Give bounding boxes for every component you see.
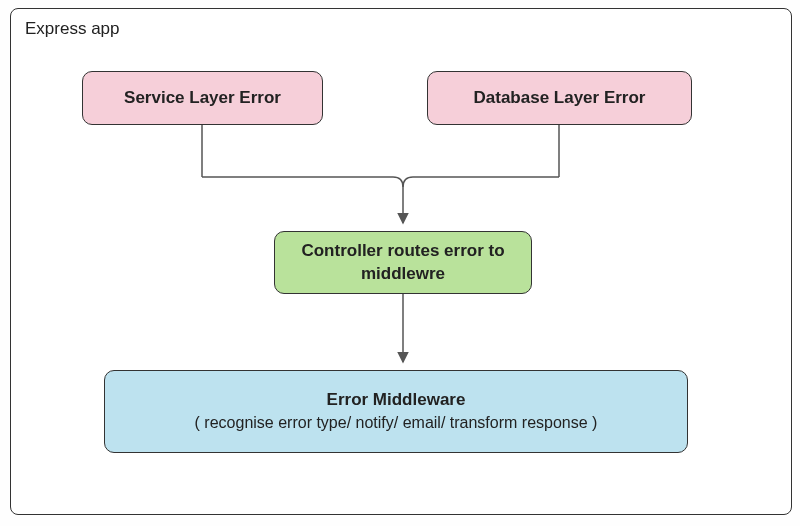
node-label: Service Layer Error bbox=[124, 87, 281, 110]
container-title: Express app bbox=[25, 19, 120, 39]
node-database-layer-error: Database Layer Error bbox=[427, 71, 692, 125]
node-error-middleware: Error Middleware ( recognise error type/… bbox=[104, 370, 688, 453]
node-label-line2: middlewre bbox=[361, 263, 445, 286]
diagram-container: Express app Service Layer Error Database… bbox=[10, 8, 792, 515]
node-controller: Controller routes error to middlewre bbox=[274, 231, 532, 294]
node-service-layer-error: Service Layer Error bbox=[82, 71, 323, 125]
node-subtitle: ( recognise error type/ notify/ email/ t… bbox=[195, 412, 598, 434]
node-label-line1: Controller routes error to bbox=[301, 240, 504, 263]
node-label: Database Layer Error bbox=[474, 87, 646, 110]
node-title: Error Middleware bbox=[327, 389, 466, 412]
